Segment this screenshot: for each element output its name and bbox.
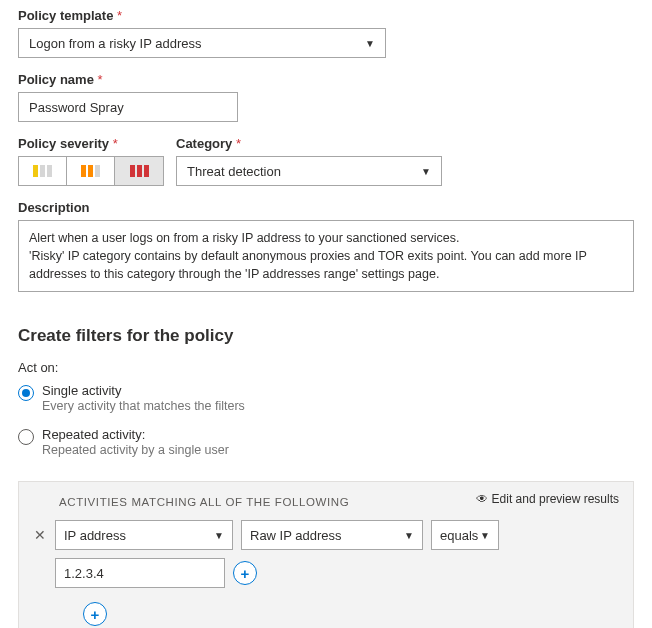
- filter-value-text: 1.2.3.4: [64, 566, 104, 581]
- category-value: Threat detection: [187, 164, 281, 179]
- severity-high[interactable]: [115, 157, 163, 185]
- opt-repeated-title: Repeated activity:: [42, 427, 229, 442]
- radio-icon: [18, 429, 34, 445]
- act-on-repeated-activity[interactable]: Repeated activity: Repeated activity by …: [18, 427, 634, 457]
- add-value-button[interactable]: +: [233, 561, 257, 585]
- radio-icon: [18, 385, 34, 401]
- opt-single-sub: Every activity that matches the filters: [42, 399, 245, 413]
- remove-filter-button[interactable]: ✕: [33, 527, 47, 543]
- act-on-single-activity[interactable]: Single activity Every activity that matc…: [18, 383, 634, 413]
- filter-panel: 👁 Edit and preview results ACTIVITIES MA…: [18, 481, 634, 628]
- description-label-text: Description: [18, 200, 90, 215]
- filter-field1-value: IP address: [64, 528, 126, 543]
- filter-operator-select[interactable]: equals ▼: [431, 520, 499, 550]
- filter-field2-value: Raw IP address: [250, 528, 342, 543]
- category-label: Category *: [176, 136, 442, 151]
- chevron-down-icon: ▼: [421, 166, 431, 177]
- description-line-2: 'Risky' IP category contains by default …: [29, 247, 623, 283]
- category-select[interactable]: Threat detection ▼: [176, 156, 442, 186]
- policy-severity-label-text: Policy severity: [18, 136, 109, 151]
- filter-row: ✕ IP address ▼ Raw IP address ▼ equals ▼: [33, 520, 619, 550]
- edit-preview-results-link[interactable]: 👁 Edit and preview results: [476, 492, 619, 506]
- severity-selector: [18, 156, 164, 186]
- severity-low[interactable]: [19, 157, 67, 185]
- policy-template-label: Policy template *: [18, 8, 634, 23]
- opt-repeated-sub: Repeated activity by a single user: [42, 443, 229, 457]
- chevron-down-icon: ▼: [404, 530, 414, 541]
- policy-severity-label: Policy severity *: [18, 136, 164, 151]
- filter-field-select[interactable]: IP address ▼: [55, 520, 233, 550]
- plus-icon: +: [241, 565, 250, 582]
- policy-name-label: Policy name *: [18, 72, 634, 87]
- opt-single-title: Single activity: [42, 383, 245, 398]
- chevron-down-icon: ▼: [365, 38, 375, 49]
- description-label: Description: [18, 200, 634, 215]
- policy-template-label-text: Policy template: [18, 8, 113, 23]
- plus-icon: +: [91, 606, 100, 623]
- preview-text: Edit and preview results: [492, 492, 619, 506]
- act-on-label: Act on:: [18, 360, 634, 375]
- policy-template-select[interactable]: Logon from a risky IP address ▼: [18, 28, 386, 58]
- category-label-text: Category: [176, 136, 232, 151]
- filter-value-input[interactable]: 1.2.3.4: [55, 558, 225, 588]
- filter-subfield-select[interactable]: Raw IP address ▼: [241, 520, 423, 550]
- filters-section-title: Create filters for the policy: [18, 326, 634, 346]
- chevron-down-icon: ▼: [480, 530, 490, 541]
- policy-name-input[interactable]: [18, 92, 238, 122]
- chevron-down-icon: ▼: [214, 530, 224, 541]
- policy-template-value: Logon from a risky IP address: [29, 36, 201, 51]
- policy-name-label-text: Policy name: [18, 72, 94, 87]
- add-filter-button[interactable]: +: [83, 602, 107, 626]
- filter-operator-value: equals: [440, 528, 478, 543]
- description-textarea[interactable]: Alert when a user logs on from a risky I…: [18, 220, 634, 292]
- severity-medium[interactable]: [67, 157, 115, 185]
- description-line-1: Alert when a user logs on from a risky I…: [29, 229, 623, 247]
- eye-icon: 👁: [476, 492, 488, 506]
